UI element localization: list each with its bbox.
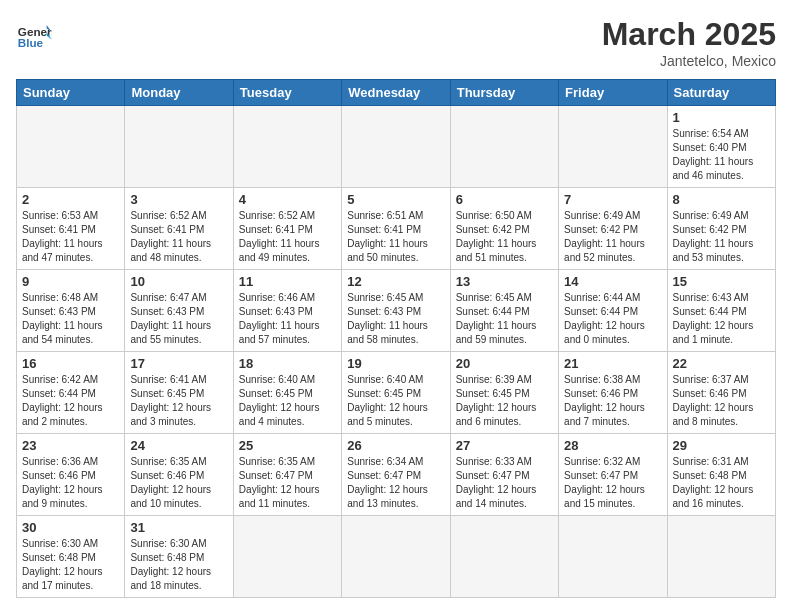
day-info: Sunrise: 6:47 AM Sunset: 6:43 PM Dayligh…: [130, 291, 227, 347]
day-number: 9: [22, 274, 119, 289]
month-title: March 2025: [602, 16, 776, 53]
calendar-cell: [342, 516, 450, 598]
calendar-cell: 2Sunrise: 6:53 AM Sunset: 6:41 PM Daylig…: [17, 188, 125, 270]
calendar-cell: 11Sunrise: 6:46 AM Sunset: 6:43 PM Dayli…: [233, 270, 341, 352]
day-number: 23: [22, 438, 119, 453]
day-info: Sunrise: 6:46 AM Sunset: 6:43 PM Dayligh…: [239, 291, 336, 347]
day-number: 27: [456, 438, 553, 453]
calendar-cell: 9Sunrise: 6:48 AM Sunset: 6:43 PM Daylig…: [17, 270, 125, 352]
calendar-cell: [559, 106, 667, 188]
calendar-week-5: 23Sunrise: 6:36 AM Sunset: 6:46 PM Dayli…: [17, 434, 776, 516]
calendar-cell: 16Sunrise: 6:42 AM Sunset: 6:44 PM Dayli…: [17, 352, 125, 434]
day-info: Sunrise: 6:51 AM Sunset: 6:41 PM Dayligh…: [347, 209, 444, 265]
weekday-header-saturday: Saturday: [667, 80, 775, 106]
calendar-week-6: 30Sunrise: 6:30 AM Sunset: 6:48 PM Dayli…: [17, 516, 776, 598]
location: Jantetelco, Mexico: [602, 53, 776, 69]
day-number: 4: [239, 192, 336, 207]
calendar-cell: [342, 106, 450, 188]
calendar-cell: 31Sunrise: 6:30 AM Sunset: 6:48 PM Dayli…: [125, 516, 233, 598]
day-number: 20: [456, 356, 553, 371]
day-number: 31: [130, 520, 227, 535]
calendar-week-2: 2Sunrise: 6:53 AM Sunset: 6:41 PM Daylig…: [17, 188, 776, 270]
day-info: Sunrise: 6:50 AM Sunset: 6:42 PM Dayligh…: [456, 209, 553, 265]
day-info: Sunrise: 6:49 AM Sunset: 6:42 PM Dayligh…: [564, 209, 661, 265]
day-number: 19: [347, 356, 444, 371]
calendar-cell: 24Sunrise: 6:35 AM Sunset: 6:46 PM Dayli…: [125, 434, 233, 516]
weekday-header-row: SundayMondayTuesdayWednesdayThursdayFrid…: [17, 80, 776, 106]
day-info: Sunrise: 6:45 AM Sunset: 6:43 PM Dayligh…: [347, 291, 444, 347]
calendar-cell: 30Sunrise: 6:30 AM Sunset: 6:48 PM Dayli…: [17, 516, 125, 598]
day-info: Sunrise: 6:43 AM Sunset: 6:44 PM Dayligh…: [673, 291, 770, 347]
calendar-cell: [450, 106, 558, 188]
day-number: 16: [22, 356, 119, 371]
day-info: Sunrise: 6:39 AM Sunset: 6:45 PM Dayligh…: [456, 373, 553, 429]
day-number: 30: [22, 520, 119, 535]
calendar-cell: [17, 106, 125, 188]
day-number: 22: [673, 356, 770, 371]
calendar-cell: 15Sunrise: 6:43 AM Sunset: 6:44 PM Dayli…: [667, 270, 775, 352]
day-number: 21: [564, 356, 661, 371]
logo-icon: General Blue: [16, 16, 52, 52]
calendar-cell: 10Sunrise: 6:47 AM Sunset: 6:43 PM Dayli…: [125, 270, 233, 352]
day-number: 14: [564, 274, 661, 289]
calendar-cell: 4Sunrise: 6:52 AM Sunset: 6:41 PM Daylig…: [233, 188, 341, 270]
calendar-cell: 17Sunrise: 6:41 AM Sunset: 6:45 PM Dayli…: [125, 352, 233, 434]
calendar-week-4: 16Sunrise: 6:42 AM Sunset: 6:44 PM Dayli…: [17, 352, 776, 434]
calendar-week-1: 1Sunrise: 6:54 AM Sunset: 6:40 PM Daylig…: [17, 106, 776, 188]
day-info: Sunrise: 6:41 AM Sunset: 6:45 PM Dayligh…: [130, 373, 227, 429]
day-info: Sunrise: 6:34 AM Sunset: 6:47 PM Dayligh…: [347, 455, 444, 511]
day-info: Sunrise: 6:35 AM Sunset: 6:46 PM Dayligh…: [130, 455, 227, 511]
day-number: 3: [130, 192, 227, 207]
day-info: Sunrise: 6:53 AM Sunset: 6:41 PM Dayligh…: [22, 209, 119, 265]
calendar-cell: [233, 516, 341, 598]
calendar-cell: 25Sunrise: 6:35 AM Sunset: 6:47 PM Dayli…: [233, 434, 341, 516]
calendar-cell: 1Sunrise: 6:54 AM Sunset: 6:40 PM Daylig…: [667, 106, 775, 188]
calendar-cell: [559, 516, 667, 598]
calendar-cell: 8Sunrise: 6:49 AM Sunset: 6:42 PM Daylig…: [667, 188, 775, 270]
day-number: 24: [130, 438, 227, 453]
day-number: 2: [22, 192, 119, 207]
weekday-header-wednesday: Wednesday: [342, 80, 450, 106]
day-number: 28: [564, 438, 661, 453]
calendar-week-3: 9Sunrise: 6:48 AM Sunset: 6:43 PM Daylig…: [17, 270, 776, 352]
day-number: 15: [673, 274, 770, 289]
day-number: 26: [347, 438, 444, 453]
title-block: March 2025 Jantetelco, Mexico: [602, 16, 776, 69]
weekday-header-tuesday: Tuesday: [233, 80, 341, 106]
weekday-header-thursday: Thursday: [450, 80, 558, 106]
day-number: 29: [673, 438, 770, 453]
calendar-cell: 5Sunrise: 6:51 AM Sunset: 6:41 PM Daylig…: [342, 188, 450, 270]
day-info: Sunrise: 6:35 AM Sunset: 6:47 PM Dayligh…: [239, 455, 336, 511]
calendar-cell: 14Sunrise: 6:44 AM Sunset: 6:44 PM Dayli…: [559, 270, 667, 352]
day-number: 1: [673, 110, 770, 125]
day-number: 12: [347, 274, 444, 289]
day-number: 7: [564, 192, 661, 207]
calendar-cell: 19Sunrise: 6:40 AM Sunset: 6:45 PM Dayli…: [342, 352, 450, 434]
day-info: Sunrise: 6:52 AM Sunset: 6:41 PM Dayligh…: [239, 209, 336, 265]
calendar-cell: [125, 106, 233, 188]
day-info: Sunrise: 6:44 AM Sunset: 6:44 PM Dayligh…: [564, 291, 661, 347]
day-info: Sunrise: 6:30 AM Sunset: 6:48 PM Dayligh…: [130, 537, 227, 593]
weekday-header-friday: Friday: [559, 80, 667, 106]
weekday-header-sunday: Sunday: [17, 80, 125, 106]
svg-text:Blue: Blue: [18, 36, 44, 49]
calendar-cell: 26Sunrise: 6:34 AM Sunset: 6:47 PM Dayli…: [342, 434, 450, 516]
calendar-cell: [667, 516, 775, 598]
day-info: Sunrise: 6:45 AM Sunset: 6:44 PM Dayligh…: [456, 291, 553, 347]
calendar-cell: 22Sunrise: 6:37 AM Sunset: 6:46 PM Dayli…: [667, 352, 775, 434]
day-number: 10: [130, 274, 227, 289]
day-info: Sunrise: 6:37 AM Sunset: 6:46 PM Dayligh…: [673, 373, 770, 429]
calendar-cell: 3Sunrise: 6:52 AM Sunset: 6:41 PM Daylig…: [125, 188, 233, 270]
logo: General Blue: [16, 16, 52, 52]
calendar-cell: 18Sunrise: 6:40 AM Sunset: 6:45 PM Dayli…: [233, 352, 341, 434]
calendar-cell: [450, 516, 558, 598]
day-info: Sunrise: 6:42 AM Sunset: 6:44 PM Dayligh…: [22, 373, 119, 429]
day-info: Sunrise: 6:32 AM Sunset: 6:47 PM Dayligh…: [564, 455, 661, 511]
calendar-cell: 12Sunrise: 6:45 AM Sunset: 6:43 PM Dayli…: [342, 270, 450, 352]
day-number: 13: [456, 274, 553, 289]
day-info: Sunrise: 6:40 AM Sunset: 6:45 PM Dayligh…: [347, 373, 444, 429]
day-info: Sunrise: 6:49 AM Sunset: 6:42 PM Dayligh…: [673, 209, 770, 265]
day-number: 5: [347, 192, 444, 207]
calendar-cell: 23Sunrise: 6:36 AM Sunset: 6:46 PM Dayli…: [17, 434, 125, 516]
calendar-table: SundayMondayTuesdayWednesdayThursdayFrid…: [16, 79, 776, 598]
